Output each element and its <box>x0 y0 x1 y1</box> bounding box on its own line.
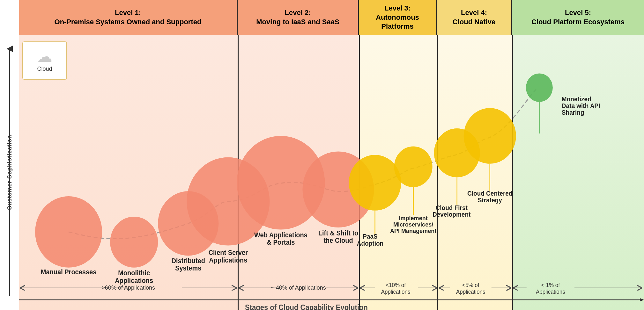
level-4-header: Level 4:Cloud Native <box>437 0 512 35</box>
pct-label-l5-1: < 1% of <box>541 282 560 288</box>
label-lift-shift-1: Lift & Shift to <box>318 229 359 237</box>
chart-svg: Manual Processes Monolithic Applications… <box>19 35 644 310</box>
label-manual-processes: Manual Processes <box>41 268 97 276</box>
label-paas: PaaS <box>363 233 377 240</box>
bubble-monolithic-apps <box>110 217 158 268</box>
pct-label-l3-2: Applications <box>381 288 411 295</box>
label-distributed-2: Systems <box>175 264 201 272</box>
x-axis-arrow <box>640 298 644 302</box>
label-cloud-centered-2: Strategy <box>478 197 502 204</box>
pct-label-l4-1: <5% of <box>462 282 479 288</box>
bubble-implement-micro <box>394 146 433 187</box>
label-micro-2: Microservices/ <box>393 221 433 228</box>
bubble-paas-adoption <box>349 155 401 211</box>
pct-label-l2: ~ 40% of Applications <box>271 284 326 291</box>
label-paas-2: Adoption <box>357 240 383 247</box>
x-axis-label: Stages of Cloud Capability Evolution <box>245 303 368 310</box>
pct-label-l4-2: Applications <box>456 288 485 295</box>
bubble-cloud-centered <box>464 108 516 164</box>
label-monolithic-apps: Monolithic <box>118 269 150 277</box>
chart-content: ☁ Cloud <box>19 35 644 310</box>
cloud-box: ☁ Cloud <box>22 41 67 80</box>
level-3-label: Level 3:Autonomous Platforms <box>362 4 433 31</box>
cloud-icon: ☁ <box>37 49 52 64</box>
label-monolithic-apps-2: Applications <box>115 277 153 284</box>
label-cloud-first-1: Cloud First <box>436 204 468 211</box>
level-1-header: Level 1:On-Premise Systems Owned and Sup… <box>19 0 238 35</box>
label-lift-shift-2: the Cloud <box>323 236 353 244</box>
y-axis: Customer Sophistication <box>0 35 19 310</box>
cloud-label: Cloud <box>37 66 52 72</box>
bubble-monetized-data <box>526 73 553 102</box>
main-container: Level 1:On-Premise Systems Owned and Sup… <box>0 0 644 310</box>
pct-label-l5-2: Applications <box>536 288 565 295</box>
label-monetized-3: Sharing <box>562 109 584 116</box>
label-client-server-1: Client Server <box>209 249 248 256</box>
label-cloud-centered-1: Cloud Centered <box>467 190 512 197</box>
label-micro-1: Implement <box>399 214 428 221</box>
level-5-label: Level 5:Cloud Platform Ecosystems <box>531 8 625 26</box>
label-micro-3: API Management <box>390 227 436 234</box>
level-2-label: Level 2:Moving to IaaS and SaaS <box>256 8 339 26</box>
label-monetized-2: Data with API <box>562 102 600 110</box>
level-3-header: Level 3:Autonomous Platforms <box>359 0 437 35</box>
label-client-server-2: Applications <box>209 256 247 264</box>
y-axis-label: Customer Sophistication <box>6 135 13 210</box>
label-web-apps-1: Web Applications <box>254 231 307 239</box>
label-distributed-1: Distributed <box>171 257 205 264</box>
label-cloud-first-2: Development <box>433 211 471 218</box>
levels-header: Level 1:On-Premise Systems Owned and Sup… <box>19 0 644 35</box>
bubble-manual-processes <box>35 196 102 268</box>
pct-label-l1: >60% of Applications <box>101 284 155 291</box>
level-2-header: Level 2:Moving to IaaS and SaaS <box>238 0 359 35</box>
label-web-apps-2: & Portals <box>267 239 295 246</box>
level-1-label: Level 1:On-Premise Systems Owned and Sup… <box>55 8 202 26</box>
pct-label-l3-1: <10% of <box>386 282 406 288</box>
level-5-header: Level 5:Cloud Platform Ecosystems <box>512 0 644 35</box>
level-4-label: Level 4:Cloud Native <box>453 8 495 26</box>
label-monetized-1: Monetized <box>562 95 591 103</box>
